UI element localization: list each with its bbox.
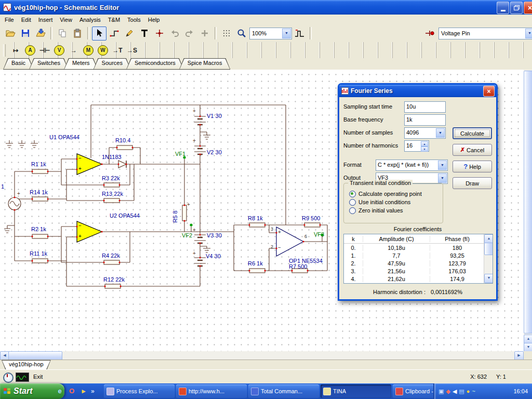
component-label[interactable]: 2 <box>271 244 273 249</box>
shape-tool-icon[interactable] <box>152 26 167 41</box>
multimeter-icon[interactable]: M <box>81 43 96 57</box>
task-button[interactable]: Total Comman... <box>248 384 319 398</box>
component-label[interactable]: VF3 <box>314 231 324 238</box>
component-label[interactable]: − <box>278 245 281 251</box>
toolbar-grip[interactable] <box>3 44 6 57</box>
table-scrollbar[interactable]: ▲ ▼ <box>484 234 493 283</box>
component-label[interactable]: R4 22k <box>102 252 120 259</box>
component-label[interactable]: R7 500 <box>289 263 307 270</box>
menu-item[interactable]: Edit <box>18 16 35 24</box>
scrollbar-thumb[interactable] <box>484 243 493 255</box>
field-input[interactable]: 16 ▼ ▲▼ <box>404 140 429 152</box>
component-tab[interactable]: Switches <box>29 58 69 70</box>
voltmeter-icon[interactable]: V <box>52 43 66 57</box>
voltage-pins-icon[interactable]: ⊣⊢ <box>37 43 52 57</box>
field-input[interactable]: 4096 ▼ ▲▼ <box>404 127 446 139</box>
grid-icon[interactable] <box>219 26 234 41</box>
internet-explorer-icon[interactable]: e <box>55 387 64 396</box>
component-label[interactable]: 1 <box>1 183 4 190</box>
meter-mode-icon[interactable] <box>3 373 14 383</box>
ammeter-icon[interactable]: A <box>23 43 37 57</box>
menu-item[interactable]: Help <box>144 16 164 24</box>
vertical-scrollbar[interactable]: ▲ ▼ <box>524 70 532 351</box>
restore-button[interactable] <box>510 2 523 14</box>
component-label[interactable]: V4 30 <box>206 253 221 260</box>
antivirus-tray-icon[interactable]: ◆ <box>446 389 450 394</box>
zoom-icon[interactable] <box>234 26 249 41</box>
t-output-icon[interactable]: →T <box>110 43 125 57</box>
copy-icon[interactable] <box>55 26 70 41</box>
media-player-icon[interactable]: ▸ <box>79 387 88 396</box>
component-tab[interactable]: Semiconductors <box>126 58 184 70</box>
chevron-down-icon[interactable]: ▼ <box>282 29 291 38</box>
menu-item[interactable]: Tools <box>124 16 144 24</box>
field-input[interactable]: C * exp(j * (kwt + fi)) ▼ ▲▼ <box>376 159 448 171</box>
task-button[interactable]: TINA <box>321 384 391 398</box>
component-label[interactable]: R13 22k <box>102 191 123 197</box>
graphics-tray-icon[interactable]: ▣ <box>438 389 444 394</box>
component-label[interactable]: + <box>78 166 82 172</box>
component-label[interactable]: − <box>78 155 82 162</box>
component-label[interactable]: R5 8 <box>172 210 179 222</box>
add-icon[interactable] <box>197 26 212 41</box>
quick-launch-overflow-icon[interactable]: » <box>91 388 95 395</box>
current-arrow-icon[interactable]: ↦ <box>8 43 23 57</box>
radio-option[interactable]: Calculate operating point <box>349 190 422 197</box>
wires[interactable] <box>7 105 327 286</box>
component-label[interactable]: 1N1183 <box>102 154 122 161</box>
component-label[interactable]: R11 1k <box>30 250 47 257</box>
minimize-button[interactable] <box>497 2 509 14</box>
radio-icon[interactable] <box>349 191 356 197</box>
component-label[interactable]: R12 22k <box>103 276 125 283</box>
task-button[interactable]: Process Explo... <box>104 384 175 398</box>
coefficient-row[interactable]: 0. 10,18u 180 <box>344 244 493 251</box>
wire-icon[interactable] <box>107 26 122 41</box>
radio-option[interactable]: Use initial conditions <box>349 198 410 206</box>
open-folder-icon[interactable] <box>3 26 18 41</box>
radio-icon[interactable] <box>349 207 356 214</box>
scroll-down-icon[interactable]: ▼ <box>484 274 493 283</box>
chevron-down-icon[interactable]: ▼ <box>525 29 532 38</box>
component-label[interactable]: + <box>193 250 196 257</box>
opera-icon[interactable]: O <box>67 387 76 396</box>
component-label[interactable]: VF1 <box>175 151 185 157</box>
coefficient-row[interactable]: 4. 21,62u 174,9 <box>344 275 493 283</box>
scrollbar-thumb[interactable] <box>524 71 532 334</box>
pin-type-combo[interactable]: Voltage Pin ▼ <box>438 28 532 39</box>
horizontal-scrollbar[interactable]: ◀ ▶ <box>0 351 524 360</box>
draw-button[interactable]: Draw <box>453 177 492 189</box>
pencil-icon[interactable] <box>122 26 137 41</box>
component-label[interactable]: + <box>193 138 196 144</box>
component-label[interactable]: V2 30 <box>207 149 222 156</box>
dropdown-arrow-icon[interactable]: ▼ <box>436 128 445 138</box>
component-label[interactable]: + <box>17 191 20 197</box>
voltage-source-symbol[interactable] <box>8 197 21 210</box>
signal-arrow-icon[interactable]: → <box>66 43 81 57</box>
radio-icon[interactable] <box>349 199 356 206</box>
component-label[interactable]: R10 4 <box>115 137 130 144</box>
wattmeter-icon[interactable]: W <box>96 43 110 57</box>
dropdown-arrow-icon[interactable]: ▼ <box>438 174 447 183</box>
security-tray-icon[interactable]: ● <box>467 389 470 394</box>
component-label[interactable]: R3 22k <box>102 175 120 182</box>
component-label[interactable]: VF2 <box>182 232 192 239</box>
component-label[interactable]: R1 1k <box>31 161 46 168</box>
field-input[interactable]: 1k ▼ ▲▼ <box>404 114 446 126</box>
menu-item[interactable]: Insert <box>35 16 57 24</box>
cancel-button[interactable]: ✗Cancel <box>453 144 492 156</box>
close-button[interactable]: × <box>524 2 532 14</box>
component-label[interactable]: V1 30 <box>207 113 222 119</box>
component-label[interactable]: R8 1k <box>248 215 263 222</box>
help-button[interactable]: ?Help <box>453 161 492 172</box>
component-label[interactable]: − <box>78 223 82 229</box>
task-button[interactable]: http://www.h... <box>176 384 247 398</box>
dialog-close-button[interactable]: × <box>483 86 495 97</box>
tina-tray-icon[interactable]: ~ <box>472 389 475 394</box>
component-label[interactable]: + <box>187 202 190 208</box>
oscilloscope-icon[interactable] <box>16 373 29 382</box>
voltage-pin-mode-icon[interactable] <box>422 26 437 41</box>
spinner-buttons[interactable]: ▲▼ <box>421 141 428 150</box>
zoom-combo[interactable]: 100% ▼ <box>249 28 292 39</box>
dropdown-arrow-icon[interactable]: ▼ <box>438 161 447 170</box>
component-label[interactable]: 6 <box>304 234 307 239</box>
